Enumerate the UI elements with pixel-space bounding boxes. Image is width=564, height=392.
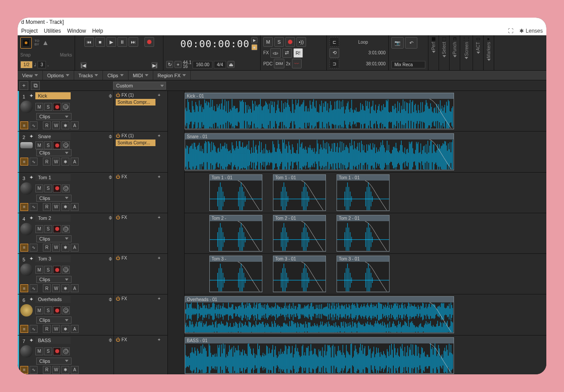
track-freeze-button[interactable] xyxy=(61,244,69,252)
track-automation-lane-button[interactable]: ≡ xyxy=(20,284,28,292)
track-automation-lane-button[interactable]: ≡ xyxy=(20,158,28,166)
fx-add-button[interactable]: + xyxy=(158,93,160,98)
fx-power-icon[interactable]: ⏻ xyxy=(116,215,120,220)
track-strip[interactable]: 4 ✦ Tom 2 M S Clips ≡ ∿ xyxy=(18,213,167,254)
monitor-button[interactable]: •)) xyxy=(296,37,306,47)
snap-value[interactable]: 1/2 xyxy=(20,61,33,68)
track-strip[interactable]: 2 ✦ Snare M S Clips ≡ ∿ xyxy=(18,132,167,172)
track-mute-button[interactable]: M xyxy=(35,185,43,192)
track-view-select[interactable]: Custom xyxy=(113,82,166,90)
timeline-pane[interactable]: Kick - 01 Snare - 01 Tom 1 - 01 Tom 1 - … xyxy=(185,91,546,374)
timecode-display[interactable]: 00:00:00:00 xyxy=(180,38,250,49)
view-tab[interactable]: View xyxy=(18,71,43,80)
track-read-button[interactable]: R xyxy=(43,284,51,292)
fx-count[interactable]: FX xyxy=(121,296,127,301)
track-read-button[interactable]: R xyxy=(43,366,51,374)
goto-end-button[interactable]: ▶| xyxy=(151,62,158,68)
track-archive-button[interactable]: A xyxy=(71,366,79,374)
mixrecall-select[interactable]: Mix Reca xyxy=(391,61,425,68)
track-monitor-button[interactable] xyxy=(62,141,70,149)
play-button[interactable]: ▶ xyxy=(106,37,116,47)
clip-fadeout[interactable] xyxy=(299,181,326,210)
loop-icon[interactable]: ↻ xyxy=(166,61,173,68)
track-name[interactable]: Tom 1 xyxy=(35,174,71,181)
track-arm-button[interactable] xyxy=(53,103,61,111)
track-freeze-button[interactable] xyxy=(61,366,69,374)
track-envelope-button[interactable]: ∿ xyxy=(30,158,38,166)
loop-in-time[interactable]: 3:01:000 xyxy=(341,50,386,55)
menu-utilities[interactable]: Utilities xyxy=(44,28,61,34)
track-clips-select[interactable]: Clips xyxy=(36,113,72,120)
track-name[interactable]: Overheads xyxy=(35,296,71,303)
track-collapse-toggle[interactable] xyxy=(109,175,112,179)
fx-count[interactable]: FX xyxy=(121,337,127,342)
x2-label[interactable]: 2x xyxy=(286,61,291,66)
track-freeze-button[interactable] xyxy=(61,203,69,211)
clip-fadeout[interactable] xyxy=(299,262,326,291)
track-archive-button[interactable]: A xyxy=(71,284,79,292)
undo-icon[interactable]: ↶ xyxy=(405,37,417,49)
mute-button[interactable]: M xyxy=(263,37,273,47)
options-tab[interactable]: Options xyxy=(43,71,74,80)
track-mute-button[interactable]: M xyxy=(35,306,43,314)
fx-count[interactable]: FX xyxy=(121,215,127,220)
track-monitor-button[interactable] xyxy=(62,306,70,314)
audio-clip[interactable]: Overheads - 01 xyxy=(185,296,454,333)
lenses-button[interactable]: ✱ Lenses xyxy=(519,28,543,34)
track-name[interactable]: Snare xyxy=(35,133,71,140)
menu-window[interactable]: Window xyxy=(67,28,86,34)
audio-clip[interactable]: Kick - 01 xyxy=(185,93,454,129)
record-button[interactable] xyxy=(144,37,154,47)
fx-count[interactable]: FX xyxy=(121,256,127,260)
track-clips-select[interactable]: Clips xyxy=(36,317,72,324)
track-collapse-toggle[interactable] xyxy=(109,94,112,98)
track-collapse-toggle[interactable] xyxy=(109,257,112,261)
track-monitor-button[interactable] xyxy=(62,185,70,192)
track-envelope-button[interactable]: ∿ xyxy=(30,284,38,292)
track-mute-button[interactable]: M xyxy=(35,225,43,233)
perf-panel-button[interactable]: ▦Perf xyxy=(428,35,439,70)
track-monitor-button[interactable] xyxy=(62,103,70,111)
snapshot-icon[interactable]: 📷 xyxy=(391,37,404,49)
track-arm-button[interactable] xyxy=(53,141,61,149)
track-archive-button[interactable]: A xyxy=(71,121,79,129)
audio-clip[interactable]: Tom 1 - 01 xyxy=(337,174,390,211)
track-write-button[interactable]: W xyxy=(52,325,60,333)
tuner-icon[interactable]: ⏏ xyxy=(227,61,235,68)
timeline-lane[interactable]: Overheads - 01 xyxy=(185,294,546,335)
snap-toggle-icon[interactable] xyxy=(20,37,32,49)
loop-out-icon[interactable]: ⊐ xyxy=(329,59,339,68)
track-envelope-button[interactable]: ∿ xyxy=(30,121,38,129)
fx-count[interactable]: FX (1) xyxy=(121,93,134,98)
track-archive-button[interactable]: A xyxy=(71,203,79,211)
track-read-button[interactable]: R xyxy=(43,158,51,166)
fx-label[interactable]: FX xyxy=(263,50,269,55)
ks-button[interactable]: ‹s› xyxy=(270,48,281,58)
fx-power-icon[interactable]: ⏻ xyxy=(116,93,120,98)
track-automation-lane-button[interactable]: ≡ xyxy=(20,366,28,374)
track-clips-select[interactable]: Clips xyxy=(36,195,72,202)
track-mute-button[interactable]: M xyxy=(35,347,43,355)
track-solo-button[interactable]: S xyxy=(44,141,52,149)
audio-clip[interactable]: Snare - 01 xyxy=(185,133,454,170)
solo-button[interactable]: S xyxy=(274,37,284,47)
fx-power-icon[interactable]: ⏻ xyxy=(116,296,120,301)
clip-fadeout[interactable] xyxy=(235,262,262,291)
track-mute-button[interactable]: M xyxy=(35,141,43,149)
track-solo-button[interactable]: S xyxy=(44,347,52,355)
track-clips-select[interactable]: Clips xyxy=(36,149,72,156)
fx-power-icon[interactable]: ⏻ xyxy=(116,256,120,260)
add-folder-button[interactable]: ⧉ xyxy=(31,81,40,90)
swap-icon[interactable]: ⇄ xyxy=(282,48,292,58)
timeline-lane[interactable]: Snare - 01 xyxy=(185,132,546,172)
clip-fadeout[interactable] xyxy=(363,221,389,251)
markers-panel-button[interactable]: ▸Markers xyxy=(484,35,494,70)
track-write-button[interactable]: W xyxy=(52,158,60,166)
track-strip[interactable]: 1 ✦ Kick M S Clips ≡ ∿ xyxy=(18,91,167,132)
track-strip[interactable]: 5 ✦ Tom 3 M S Clips ≡ ∿ xyxy=(18,254,167,294)
loop-out-time[interactable]: 38:01:000 xyxy=(341,61,386,66)
audio-clip[interactable]: Tom 3 - 01 xyxy=(273,256,326,292)
track-name[interactable]: Tom 3 xyxy=(35,255,71,262)
audio-clip[interactable]: Tom 2 - 01 xyxy=(337,215,390,252)
clip-fadeout[interactable] xyxy=(235,181,262,210)
